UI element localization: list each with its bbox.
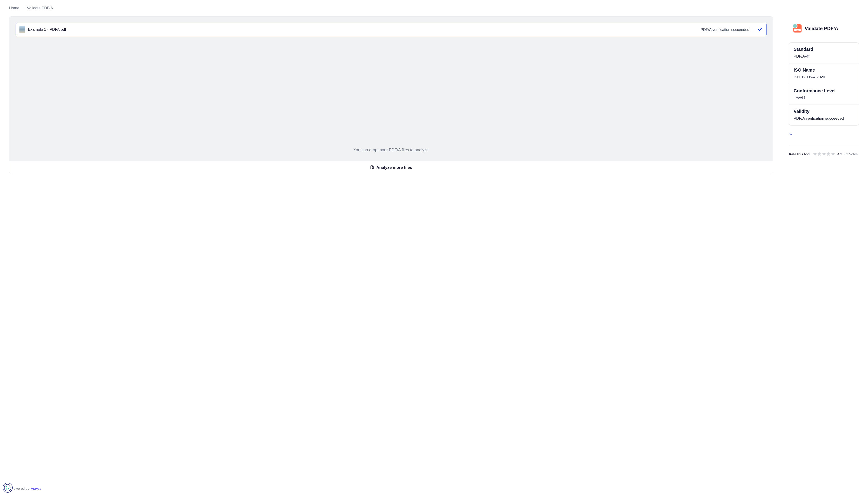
analyze-more-button[interactable]: Analyze more files [370,165,412,170]
detail-section-validity: Validity PDF/A verification succeeded [789,105,859,125]
rating-stars [813,152,835,156]
rating-votes: 89 Votes [845,152,857,156]
detail-value: ISO 19005-4:2020 [794,75,854,80]
star-icon[interactable] [822,152,826,156]
detail-value: PDF/A-4f [794,54,854,59]
detail-value: PDF/A verification succeeded [794,116,854,121]
rating-bar: Rate this tool 4.5 89 Votes [789,145,859,156]
star-icon[interactable] [813,152,817,156]
analyze-more-label: Analyze more files [376,165,412,170]
expand-more-button[interactable] [789,126,793,141]
side-panel: Validate PDF/A Standard PDF/A-4f ISO Nam… [789,16,859,156]
file-row[interactable]: Example 1 - PDFA.pdf PDF/A verification … [16,23,766,36]
drop-hint: You can drop more PDF/A files to analyze [16,148,766,152]
file-name: Example 1 - PDFA.pdf [28,27,697,32]
file-status: PDF/A verification succeeded [701,27,753,32]
detail-section-standard: Standard PDF/A-4f [789,43,859,63]
main-panel: Example 1 - PDFA.pdf PDF/A verification … [9,16,773,174]
detail-label: Standard [794,47,854,52]
rating-score: 4.5 [837,152,842,156]
detail-label: ISO Name [794,68,854,73]
detail-section-conformance: Conformance Level Level f [789,84,859,105]
pdfa-tool-icon [793,24,801,33]
detail-label: Conformance Level [794,88,854,93]
file-list-area[interactable]: Example 1 - PDFA.pdf PDF/A verification … [9,17,773,161]
footer-bar: Analyze more files [9,161,773,174]
star-icon[interactable] [817,152,822,156]
chevron-right-icon [22,6,24,10]
file-reload-icon [370,165,374,170]
file-thumbnail-icon [19,26,25,33]
breadcrumb-home-link[interactable]: Home [9,6,19,11]
breadcrumb: Home Validate PDF/A [9,0,859,16]
detail-value: Level f [794,95,854,101]
side-title: Validate PDF/A [805,26,838,31]
detail-label: Validity [794,109,854,114]
rating-label: Rate this tool [789,152,810,156]
check-icon [758,27,763,32]
star-icon[interactable] [826,152,831,156]
detail-card: Standard PDF/A-4f ISO Name ISO 19005-4:2… [789,42,859,126]
side-header: Validate PDF/A [789,16,859,33]
breadcrumb-current: Validate PDF/A [27,6,53,11]
detail-section-iso-name: ISO Name ISO 19005-4:2020 [789,63,859,84]
star-icon[interactable] [831,152,835,156]
